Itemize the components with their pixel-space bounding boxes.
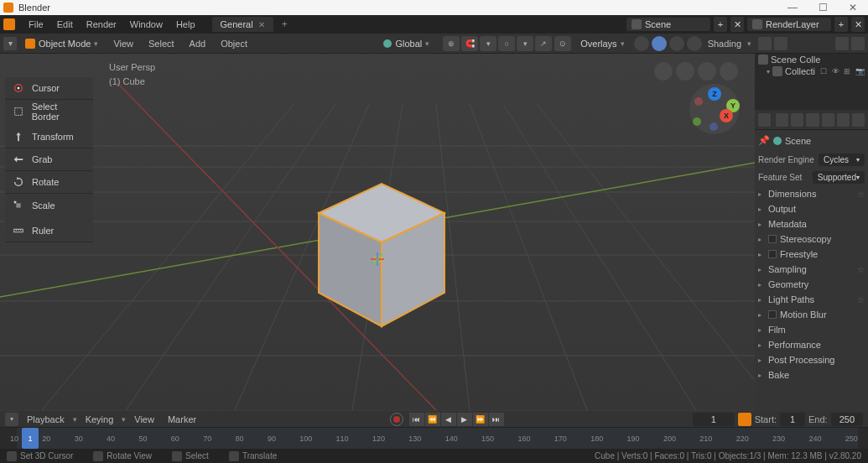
timeline-menu-keying[interactable]: Keying — [81, 414, 119, 424]
renderlayer-remove-button[interactable]: ✕ — [851, 17, 865, 32]
overlays-dropdown[interactable]: Overlays ▾ — [574, 37, 631, 50]
jump-end-button[interactable]: ⏭ — [489, 413, 504, 426]
maximize-button[interactable]: ☐ — [811, 1, 834, 14]
viewport-menu-select[interactable]: Select — [142, 39, 181, 49]
gizmo-button[interactable]: ↗ — [535, 36, 552, 51]
mode-selector[interactable]: Object Mode ▾ — [18, 37, 105, 50]
gizmo-neg-x[interactable] — [694, 97, 703, 106]
nav-zoom-button[interactable] — [676, 62, 694, 81]
pivot-button[interactable]: ⊕ — [443, 36, 460, 51]
tool-select-border[interactable]: Select Border — [5, 100, 93, 122]
gizmo-neg-y[interactable] — [693, 117, 701, 126]
render-toggle[interactable]: 📷 — [855, 67, 865, 76]
scene-add-button[interactable]: + — [714, 17, 727, 32]
keyframe-prev-button[interactable]: ⏪ — [425, 413, 440, 426]
timeline-menu-marker[interactable]: Marker — [163, 414, 201, 424]
prop-panel-stereoscopy[interactable]: ▸Stereoscopy — [758, 232, 865, 247]
orientation-selector[interactable]: Global ▾ — [377, 37, 436, 50]
tool-cursor[interactable]: Cursor — [5, 77, 93, 100]
blender-icon[interactable] — [3, 18, 15, 30]
gizmo-z-axis[interactable]: Z — [708, 87, 721, 101]
renderlayer-add-button[interactable]: + — [834, 17, 848, 32]
minimize-button[interactable]: — — [781, 1, 804, 14]
current-frame-input[interactable]: 1 — [693, 413, 735, 426]
viewport-3d[interactable]: User Persp (1) Cube — [0, 54, 755, 411]
timeline-ruler[interactable]: 1 10203040506070809010011012013014015016… — [0, 428, 868, 449]
viewport-menu-add[interactable]: Add — [183, 39, 213, 49]
outliner[interactable]: Scene Colle ▾ Collecti ☐ 👁 ⊞ 📷 — [755, 54, 868, 110]
snap-button[interactable]: 🧲 — [461, 36, 478, 51]
gizmo-x-axis[interactable]: X — [720, 109, 733, 122]
editor-type-icon[interactable]: ▾ — [3, 37, 17, 50]
tool-scale[interactable]: Scale — [5, 194, 93, 216]
prop-panel-motion-blur[interactable]: ▸Motion Blur — [758, 307, 865, 322]
auto-keyframe-button[interactable] — [390, 413, 403, 426]
prop-btn-2[interactable] — [791, 113, 803, 127]
jump-start-button[interactable]: ⏮ — [409, 413, 424, 426]
render-engine-select[interactable]: Cycles▾ — [819, 153, 865, 166]
prop-panel-light-paths[interactable]: ▸Light Paths☆ — [758, 292, 865, 307]
menu-window[interactable]: Window — [123, 19, 169, 29]
shading-label[interactable]: Shading — [704, 39, 745, 49]
overlay-toggle-button[interactable]: ⊙ — [554, 36, 571, 51]
prop-panel-dimensions[interactable]: ▸Dimensions☆ — [758, 186, 865, 201]
exclude-toggle[interactable]: ☐ — [820, 67, 829, 76]
shading-wireframe[interactable] — [634, 36, 649, 51]
prop-btn-3[interactable] — [806, 113, 819, 127]
start-frame-input[interactable]: 1 — [780, 413, 805, 426]
outliner-scene-collection[interactable]: Scene Colle — [755, 54, 868, 65]
jump-current-button[interactable] — [738, 413, 751, 426]
scene-remove-button[interactable]: ✕ — [730, 17, 744, 32]
prop-btn-1[interactable] — [776, 113, 788, 127]
workspace-tab-general[interactable]: General ✕ — [212, 17, 273, 32]
outliner-editor-type[interactable] — [758, 37, 772, 50]
proportional-button[interactable]: ○ — [498, 36, 515, 51]
keyframe-next-button[interactable]: ⏩ — [473, 413, 488, 426]
close-button[interactable]: ✕ — [841, 1, 865, 14]
shading-lookdev[interactable] — [669, 36, 684, 51]
renderlayer-selector[interactable]: RenderLayer — [747, 18, 831, 31]
proportional-type-button[interactable]: ▾ — [517, 36, 533, 51]
outliner-search-icon[interactable] — [851, 37, 865, 50]
feature-set-select[interactable]: Supported▾ — [813, 171, 865, 184]
outliner-collection[interactable]: ▾ Collecti ☐ 👁 ⊞ 📷 — [755, 65, 868, 77]
nav-gizmo[interactable]: Z Y X — [689, 84, 740, 134]
prop-panel-freestyle[interactable]: ▸Freestyle — [758, 247, 865, 262]
prop-panel-film[interactable]: ▸Film — [758, 322, 865, 337]
viewport-toggle[interactable]: 👁 — [832, 67, 841, 76]
viewport-menu-view[interactable]: View — [107, 39, 140, 49]
prop-panel-post-processing[interactable]: ▸Post Processing — [758, 352, 865, 367]
prop-panel-performance[interactable]: ▸Performance — [758, 337, 865, 352]
menu-edit[interactable]: Edit — [50, 19, 80, 29]
prop-panel-metadata[interactable]: ▸Metadata — [758, 216, 865, 232]
prop-btn-5[interactable] — [837, 113, 850, 127]
nav-move-button[interactable] — [654, 62, 673, 81]
prop-btn-6[interactable] — [852, 113, 865, 127]
tool-rotate[interactable]: Rotate — [5, 171, 93, 194]
select-toggle[interactable]: ⊞ — [844, 67, 853, 76]
prop-btn-4[interactable] — [822, 113, 834, 127]
cube-object[interactable] — [310, 167, 453, 338]
timeline-editor-type[interactable]: ▾ — [5, 413, 18, 426]
tool-grab[interactable]: Grab — [5, 148, 93, 171]
timeline-menu-playback[interactable]: Playback — [22, 414, 70, 424]
menu-help[interactable]: Help — [169, 19, 202, 29]
outliner-display-mode[interactable] — [774, 37, 787, 50]
menu-file[interactable]: File — [22, 19, 50, 29]
play-button[interactable]: ▶ — [457, 413, 472, 426]
prop-panel-output[interactable]: ▸Output — [758, 201, 865, 216]
viewport-menu-object[interactable]: Object — [214, 39, 254, 49]
scene-selector[interactable]: Scene — [626, 18, 710, 31]
prop-panel-geometry[interactable]: ▸Geometry — [758, 277, 865, 292]
prop-panel-bake[interactable]: ▸Bake — [758, 367, 865, 382]
workspace-add-button[interactable]: + — [277, 18, 293, 30]
outliner-filter-icon[interactable] — [835, 37, 849, 50]
prop-panel-sampling[interactable]: ▸Sampling☆ — [758, 262, 865, 277]
menu-render[interactable]: Render — [80, 19, 123, 29]
tool-transform[interactable]: Transform — [5, 126, 93, 148]
nav-ortho-button[interactable] — [720, 62, 738, 81]
properties-editor-type[interactable] — [758, 113, 771, 127]
workspace-close-icon[interactable]: ✕ — [258, 20, 265, 29]
nav-camera-button[interactable] — [698, 62, 716, 81]
gizmo-neg-z[interactable] — [709, 122, 718, 131]
